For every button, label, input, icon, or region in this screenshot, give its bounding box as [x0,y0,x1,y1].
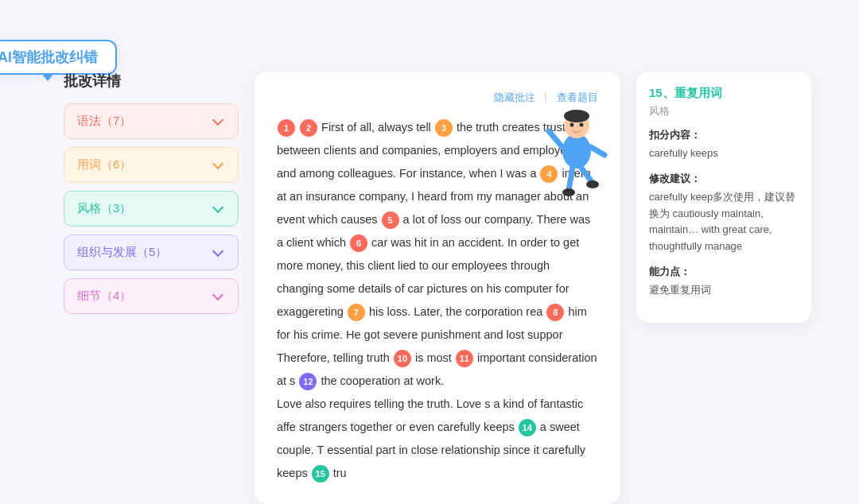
chevron-grammar-icon [211,114,225,129]
annotation-1[interactable]: 1 [278,119,295,137]
center-panel: 隐藏批注 | 查看题目 1 2 First of all, always tel… [255,72,620,504]
chevron-detail-icon [211,289,225,304]
view-question-link[interactable]: 查看题目 [557,91,598,105]
annotation-11[interactable]: 11 [456,350,473,367]
category-grammar-label: 语法（7） [77,114,131,129]
category-style[interactable]: 风格（3） [64,191,239,227]
annotation-8[interactable]: 8 [546,304,564,321]
chevron-word-icon [211,158,225,173]
annotation-2[interactable]: 2 [300,119,317,137]
annotation-14[interactable]: 14 [519,419,536,436]
category-word[interactable]: 用词（6） [64,147,239,183]
right-panel: 15、重复用词 风格 扣分内容： carefully keeps 修改建议： c… [636,72,811,323]
essay-text: 1 2 First of all, always tell 3 the trut… [277,116,598,485]
annotation-4[interactable]: 4 [540,165,558,183]
header-row: 隐藏批注 | 查看题目 [277,91,598,105]
category-grammar[interactable]: 语法（7） [64,103,239,139]
annotation-15[interactable]: 15 [312,465,329,483]
content-area: 批改详情 语法（7） 用词（6） 风格（3） 组织与发展（5） 细节（4） [64,72,811,504]
header-divider: | [545,91,547,105]
annotation-6[interactable]: 6 [350,235,367,252]
category-word-label: 用词（6） [77,157,131,173]
hide-annotation-link[interactable]: 隐藏批注 [494,91,535,105]
ai-title-bubble: AI智能批改纠错 [0,40,117,75]
right-panel-category: 风格 [649,104,799,118]
right-section-content-2: 避免重复用词 [649,282,799,299]
left-panel-title: 批改详情 [64,72,239,91]
category-detail[interactable]: 细节（4） [64,278,239,314]
main-container: AI智能批改纠错 批改详情 语法（7） 用词（6） 风格（3） 组织与发展（5） [16,16,843,504]
chevron-structure-icon [211,246,225,260]
right-section-label-0: 扣分内容： [649,128,799,142]
annotation-10[interactable]: 10 [394,350,411,367]
right-panel-title: 15、重复用词 [649,86,799,101]
chevron-style-icon [211,202,225,216]
left-panel: 批改详情 语法（7） 用词（6） 风格（3） 组织与发展（5） 细节（4） [64,72,239,322]
annotation-12[interactable]: 12 [299,373,317,390]
right-section-label-1: 修改建议： [649,172,799,186]
right-section-content-1: carefully keep多次使用，建议替换为 cautiously main… [649,189,799,255]
category-structure[interactable]: 组织与发展（5） [64,235,239,270]
category-structure-label: 组织与发展（5） [77,245,167,260]
right-section-label-2: 能力点： [649,265,799,279]
right-section-content-0: carefully keeps [649,145,799,162]
annotation-5[interactable]: 5 [382,211,399,229]
annotation-7[interactable]: 7 [348,304,365,321]
category-style-label: 风格（3） [77,201,131,216]
category-detail-label: 细节（4） [77,289,131,304]
annotation-3[interactable]: 3 [435,119,453,137]
